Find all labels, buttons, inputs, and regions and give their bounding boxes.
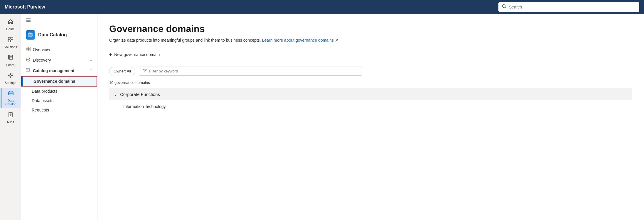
corporate-functions-chevron-icon: ⌄ [114,92,117,97]
svg-rect-29 [26,69,30,71]
page-title: Governance domains [109,23,632,34]
main-layout: Home Solutions [0,14,644,220]
page-description: Organize data products into meaningful g… [109,38,632,43]
svg-rect-23 [26,47,28,49]
nav-sub-item-data-assets-label: Data assets [32,98,53,103]
keyword-filter [139,67,362,76]
learn-more-link[interactable]: Learn more about governance domains ↗ [262,38,338,43]
nav-group-catalog-management-label: Catalog management [33,68,87,73]
domain-group-corporate-functions-header[interactable]: ⌄ Corporate Functions [109,88,632,100]
catalog-management-chevron-icon: ⌃ [90,69,92,73]
svg-rect-26 [28,49,30,51]
info-tech-name: Information Technology [123,104,166,109]
app-title: Microsoft Purview [5,4,45,10]
top-header: Microsoft Purview [0,0,644,14]
main-content: Governance domains Organize data product… [97,14,644,220]
new-governance-domain-button[interactable]: + New governance domain [109,50,160,60]
nav-item-overview[interactable]: Overview [21,44,97,55]
svg-rect-24 [28,47,30,49]
overview-icon [26,47,31,53]
nav-sub-item-requests-label: Requests [32,108,49,112]
domain-list: ⌄ Corporate Functions Information Techno… [109,88,632,113]
catalog-management-icon [26,68,31,74]
svg-point-28 [28,59,29,60]
search-icon [502,4,507,10]
svg-line-1 [505,7,506,9]
search-bar [498,2,639,12]
catalog-icon [26,30,35,40]
domain-count: 10 governance domains [109,80,632,85]
nav-group-catalog-management[interactable]: Catalog management ⌃ [21,65,97,76]
svg-rect-25 [26,49,28,51]
home-icon [8,19,14,26]
icon-sidebar: Home Solutions [0,14,21,220]
svg-point-11 [10,75,11,76]
corporate-functions-name: Corporate Functions [120,92,160,97]
svg-point-27 [26,58,30,61]
owner-filter-button[interactable]: Owner: All [109,67,135,75]
plus-icon: + [109,52,112,57]
sidebar-item-settings[interactable]: Settings [1,70,21,87]
solutions-icon [8,37,14,44]
nav-item-discovery[interactable]: Discovery ⌄ [21,55,97,65]
learn-icon [8,55,14,62]
sidebar-item-settings-label: Settings [5,81,16,84]
new-domain-label: New governance domain [114,52,160,57]
discovery-chevron-icon: ⌄ [90,58,92,62]
filter-icon [143,69,147,74]
keyword-filter-input[interactable] [149,69,358,73]
nav-sub-item-governance-domains[interactable]: Governance domains [21,76,97,87]
sidebar-item-data-catalog-label: Data Catalog [3,99,19,106]
catalog-header: Data Catalog [21,28,97,44]
nav-sub-item-governance-domains-label: Governance domains [32,79,75,84]
sidebar-item-home[interactable]: Home [1,16,21,33]
nav-sub-item-data-products[interactable]: Data products [21,87,97,96]
data-catalog-icon [8,90,14,98]
sidebar-item-audit[interactable]: Audit [1,109,21,126]
nav-sub-item-requests[interactable]: Requests [21,105,97,115]
domain-group-corporate-functions: ⌄ Corporate Functions Information Techno… [109,88,632,113]
sidebar-item-audit-label: Audit [7,120,14,124]
settings-icon [8,72,14,80]
search-input[interactable] [509,5,636,9]
audit-icon [8,112,14,119]
sidebar-item-learn-label: Learn [6,63,14,67]
nav-sub-item-data-assets[interactable]: Data assets [21,96,97,105]
sidebar-item-data-catalog[interactable]: Data Catalog [1,88,21,108]
discovery-icon [26,57,31,63]
sidebar-item-solutions-label: Solutions [4,45,17,49]
sidebar-header [21,14,97,28]
sidebar-item-learn[interactable]: Learn [1,52,21,69]
catalog-title: Data Catalog [38,32,67,38]
hamburger-icon[interactable] [26,18,31,24]
sidebar-item-solutions[interactable]: Solutions [1,34,21,51]
svg-rect-4 [8,40,10,42]
filter-row: Owner: All [109,67,632,76]
nav-item-overview-label: Overview [33,47,92,52]
domain-sub-item-info-tech: Information Technology [109,100,632,113]
svg-rect-3 [11,37,13,39]
page-description-text: Organize data products into meaningful g… [109,38,261,43]
secondary-sidebar: Data Catalog Overview Disc [21,14,97,220]
nav-item-discovery-label: Discovery [33,58,87,62]
sidebar-item-home-label: Home [6,27,15,31]
nav-sub-item-data-products-label: Data products [32,89,57,94]
svg-rect-5 [11,40,13,42]
svg-rect-2 [8,37,10,39]
